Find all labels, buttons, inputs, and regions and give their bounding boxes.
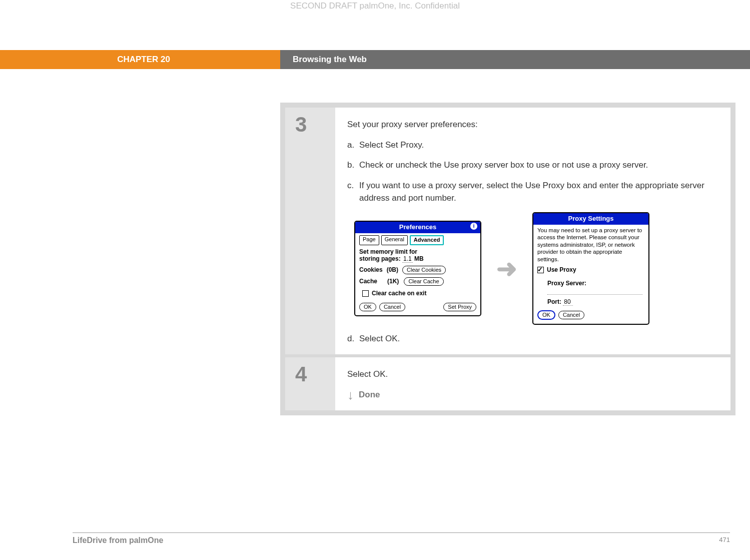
proxy-settings-window: Proxy Settings You may need to set up a …: [532, 212, 649, 325]
step-row: 3 Set your proxy server preferences: a.S…: [285, 108, 730, 354]
window-titlebar: Preferences i: [355, 222, 480, 233]
cookies-value: (0B): [387, 266, 398, 274]
tabs: Page General Advanced: [359, 235, 476, 245]
cache-value: (1K): [387, 277, 399, 286]
chapter-header: CHAPTER 20 Browsing the Web: [0, 50, 750, 69]
cancel-button[interactable]: Cancel: [558, 311, 584, 319]
done-label: Done: [359, 389, 380, 401]
proxy-server-label: Proxy Server:: [547, 279, 644, 288]
substep: d.Select OK.: [347, 333, 718, 345]
substep: b.Check or uncheck the Use proxy server …: [347, 159, 718, 172]
cookies-row: Cookies (0B) Clear Cookies: [359, 266, 476, 274]
set-proxy-button[interactable]: Set Proxy: [443, 303, 476, 311]
substep-text: Select Set Proxy.: [359, 140, 424, 150]
page-footer: LifeDrive from palmOne 471: [73, 532, 730, 545]
window-title: Proxy Settings: [568, 214, 613, 224]
substep-text: Check or uncheck the Use proxy server bo…: [359, 160, 648, 170]
footer-product: LifeDrive from palmOne: [73, 536, 163, 545]
memory-limit-unit: MB: [414, 255, 424, 262]
step-number: 4: [285, 357, 335, 411]
steps-container: 3 Set your proxy server preferences: a.S…: [280, 103, 735, 415]
clear-cache-on-exit-checkbox[interactable]: [362, 290, 369, 297]
memory-limit-line2: storing pages:: [359, 255, 401, 262]
tab-general[interactable]: General: [381, 235, 408, 245]
cache-label: Cache: [359, 277, 377, 286]
substep-letter: c.: [347, 180, 359, 192]
substep-letter: a.: [347, 139, 359, 152]
confidential-watermark: SECOND DRAFT palmOne, Inc. Confidential: [0, 0, 750, 11]
window-titlebar: Proxy Settings: [533, 213, 648, 225]
ok-button[interactable]: OK: [359, 303, 376, 311]
chapter-title: Browsing the Web: [280, 50, 750, 69]
use-proxy-checkbox[interactable]: [537, 267, 544, 273]
step-content: Set your proxy server preferences: a.Sel…: [335, 108, 730, 354]
step-content: Select OK. ↓ Done: [335, 357, 730, 411]
memory-limit-value[interactable]: 1.1: [402, 255, 413, 263]
cookies-label: Cookies: [359, 266, 383, 274]
clear-cache-button[interactable]: Clear Cache: [404, 277, 443, 286]
arrow-right-icon: ➜: [496, 256, 517, 281]
port-value-input[interactable]: 80: [563, 298, 572, 306]
port-label: Port:: [547, 298, 561, 305]
ok-button[interactable]: OK: [537, 310, 555, 320]
clear-cache-on-exit-row: Clear cache on exit: [362, 289, 476, 298]
step-number: 3: [285, 108, 335, 354]
substep-text: Select OK.: [359, 334, 400, 343]
done-indicator: ↓ Done: [347, 388, 718, 401]
info-icon[interactable]: i: [470, 223, 477, 230]
substep: a.Select Set Proxy.: [347, 139, 718, 152]
tab-advanced[interactable]: Advanced: [410, 235, 444, 245]
step-row: 4 Select OK. ↓ Done: [285, 357, 730, 411]
substep-text: If you want to use a proxy server, selec…: [359, 181, 704, 203]
preferences-window: Preferences i Page General Advanced Set …: [354, 221, 481, 316]
step-intro: Select OK.: [347, 368, 718, 381]
substep: c.If you want to use a proxy server, sel…: [347, 180, 718, 204]
proxy-server-input[interactable]: [547, 289, 642, 295]
memory-limit-label: Set memory limit for storing pages: 1.1 …: [359, 248, 476, 263]
window-title: Preferences: [399, 223, 436, 232]
cache-row: Cache (1K) Clear Cache: [359, 277, 476, 286]
step-intro: Set your proxy server preferences:: [347, 119, 718, 131]
done-arrow-icon: ↓: [347, 388, 354, 401]
page-number: 471: [719, 536, 730, 545]
clear-cookies-button[interactable]: Clear Cookies: [402, 266, 446, 274]
chapter-label: CHAPTER 20: [0, 50, 280, 69]
port-row: Port: 80: [547, 298, 644, 306]
substep-letter: b.: [347, 159, 359, 172]
use-proxy-row: Use Proxy: [537, 266, 644, 274]
proxy-help-text: You may need to set up a proxy server to…: [537, 227, 644, 263]
clear-cache-on-exit-label: Clear cache on exit: [372, 289, 426, 298]
screenshot-row: Preferences i Page General Advanced Set …: [354, 212, 718, 325]
substep-letter: d.: [347, 333, 359, 345]
cancel-button[interactable]: Cancel: [379, 303, 405, 311]
memory-limit-line1: Set memory limit for: [359, 248, 417, 255]
use-proxy-label: Use Proxy: [547, 266, 576, 274]
tab-page[interactable]: Page: [359, 235, 379, 245]
